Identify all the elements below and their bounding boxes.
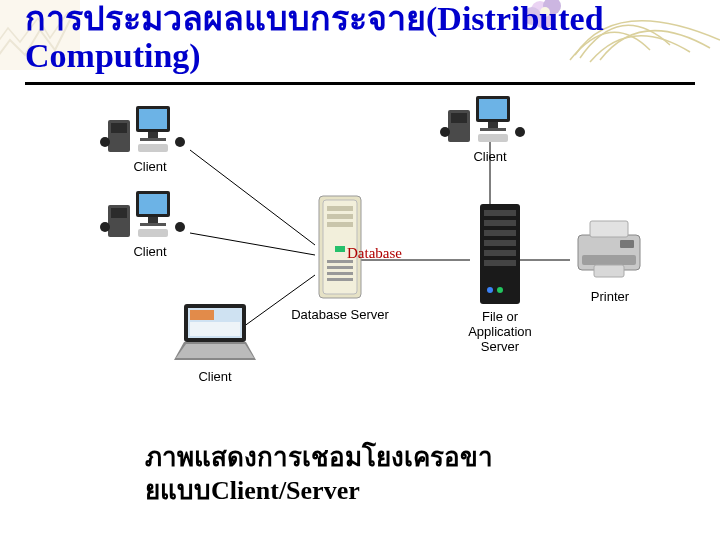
page-title: การประมวลผลแบบกระจาย(Distributed Computi… bbox=[25, 0, 695, 75]
svg-rect-42 bbox=[190, 322, 240, 336]
diagram-caption: ภาพแสดงการเชอมโยงเครอขา ยแบบClient/Serve… bbox=[145, 442, 565, 507]
svg-rect-47 bbox=[327, 206, 353, 211]
svg-rect-53 bbox=[327, 272, 353, 275]
svg-rect-15 bbox=[139, 109, 167, 129]
svg-rect-38 bbox=[478, 134, 508, 142]
database-server: Database Database Server bbox=[285, 190, 395, 322]
client-workstation-1: Client bbox=[100, 100, 220, 174]
client-laptop: Client bbox=[160, 300, 290, 384]
svg-rect-59 bbox=[484, 240, 516, 246]
svg-rect-54 bbox=[327, 278, 353, 281]
svg-rect-49 bbox=[327, 222, 353, 227]
svg-rect-13 bbox=[111, 123, 127, 133]
svg-rect-34 bbox=[488, 122, 498, 128]
caption-line2: ยแบบClient/Server bbox=[145, 476, 360, 505]
svg-marker-44 bbox=[176, 344, 254, 358]
client3-label: Client bbox=[440, 149, 540, 164]
app-server: File or Application Server bbox=[455, 200, 545, 355]
svg-rect-26 bbox=[140, 223, 166, 226]
svg-rect-57 bbox=[484, 220, 516, 226]
svg-rect-66 bbox=[582, 255, 636, 265]
client2-label: Client bbox=[100, 244, 200, 259]
svg-point-19 bbox=[175, 137, 185, 147]
svg-rect-16 bbox=[148, 132, 158, 138]
client-workstation-2: Client bbox=[100, 185, 220, 259]
svg-point-63 bbox=[497, 287, 503, 293]
svg-rect-22 bbox=[111, 208, 127, 218]
svg-point-62 bbox=[487, 287, 493, 293]
svg-rect-25 bbox=[148, 217, 158, 223]
appserver-label-1: File or bbox=[482, 309, 518, 324]
svg-rect-35 bbox=[480, 128, 506, 131]
client1-label: Client bbox=[100, 159, 200, 174]
svg-rect-58 bbox=[484, 230, 516, 236]
svg-rect-52 bbox=[327, 266, 353, 269]
svg-rect-67 bbox=[594, 265, 624, 277]
appserver-label-3: Server bbox=[481, 339, 519, 354]
printer: Printer bbox=[560, 215, 660, 304]
svg-rect-41 bbox=[190, 310, 214, 320]
svg-rect-29 bbox=[138, 229, 168, 237]
network-diagram: Client Client Client bbox=[90, 100, 650, 430]
svg-rect-20 bbox=[138, 144, 168, 152]
svg-rect-31 bbox=[451, 113, 467, 123]
rack-server-icon bbox=[470, 200, 530, 310]
workstation-icon bbox=[100, 185, 200, 240]
svg-point-28 bbox=[175, 222, 185, 232]
svg-rect-50 bbox=[335, 246, 345, 252]
svg-rect-56 bbox=[484, 210, 516, 216]
svg-point-37 bbox=[515, 127, 525, 137]
svg-rect-68 bbox=[620, 240, 634, 248]
svg-rect-24 bbox=[139, 194, 167, 214]
svg-point-18 bbox=[100, 137, 110, 147]
title-underline bbox=[25, 82, 695, 85]
svg-rect-33 bbox=[479, 99, 507, 119]
client4-label: Client bbox=[160, 369, 270, 384]
laptop-icon bbox=[160, 300, 270, 365]
appserver-label-2: Application bbox=[468, 324, 532, 339]
caption-line1: ภาพแสดงการเชอมโยงเครอขา bbox=[145, 443, 493, 472]
client-workstation-3: Client bbox=[440, 90, 560, 164]
printer-label: Printer bbox=[568, 289, 653, 304]
svg-rect-65 bbox=[590, 221, 628, 237]
svg-point-36 bbox=[440, 127, 450, 137]
database-label: Database bbox=[347, 245, 402, 262]
svg-point-27 bbox=[100, 222, 110, 232]
workstation-icon bbox=[440, 90, 540, 145]
svg-rect-61 bbox=[484, 260, 516, 266]
svg-rect-60 bbox=[484, 250, 516, 256]
svg-rect-48 bbox=[327, 214, 353, 219]
database-server-label: Database Server bbox=[285, 307, 395, 322]
printer-icon bbox=[568, 215, 653, 285]
svg-rect-17 bbox=[140, 138, 166, 141]
workstation-icon bbox=[100, 100, 200, 155]
